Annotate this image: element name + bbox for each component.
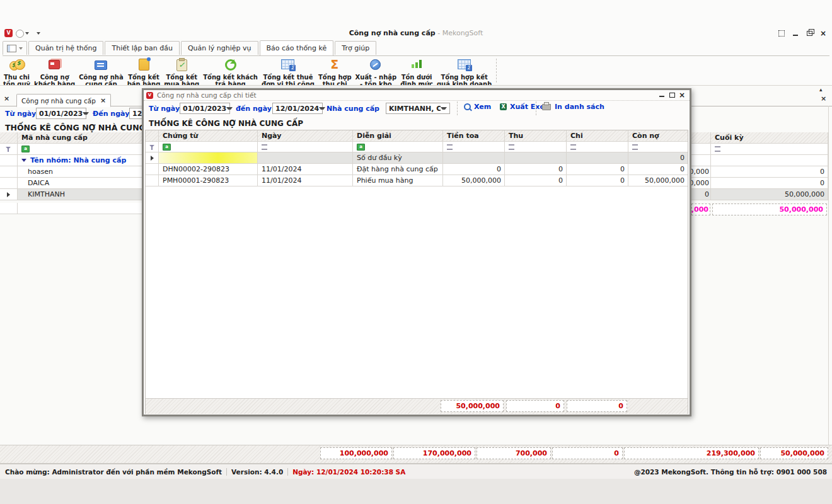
toolbar-tong-hop-ket-qua-kinh-doanh[interactable]: Tổng hợp kếtquả kinh doanh	[435, 56, 494, 88]
modal-from-date-combo[interactable]: 01/01/2023	[180, 103, 230, 114]
filter-funnel-icon[interactable]	[6, 146, 11, 152]
filter-chung-tu[interactable]	[159, 142, 258, 152]
window-title: Công nợ nhà cung cấp	[349, 29, 436, 37]
abc-filter-icon[interactable]	[21, 146, 30, 152]
customer-debt-icon	[47, 57, 63, 72]
modal-row-dhn[interactable]: DHN00002-290823 11/01/2024 Đặt hàng nhà …	[146, 164, 688, 175]
modal-row-pmh[interactable]: PMH00001-290823 11/01/2024 Phiếu mua hàn…	[146, 175, 688, 186]
collapse-up-icon[interactable]: ▴	[819, 86, 823, 93]
modal-close-icon[interactable]: ×	[677, 91, 687, 99]
caret-down-icon	[226, 107, 233, 110]
filter-ngay[interactable]	[258, 142, 353, 152]
modal-window-controls: ×	[657, 91, 687, 99]
filter-funnel-icon[interactable]	[149, 144, 155, 150]
row-indicator-header	[0, 132, 18, 144]
equals-filter-icon	[262, 144, 267, 150]
status-date: Ngày: 12/01/2024 10:20:38 SA	[292, 468, 405, 476]
equals-filter-icon[interactable]	[715, 146, 720, 152]
row-indicator	[0, 178, 18, 189]
returns-refresh-icon	[222, 57, 239, 72]
group-collapse-icon[interactable]	[21, 159, 26, 162]
toolbar-tong-ket-thue-don-vi-thi-cong[interactable]: Tổng kết thuêđơn vị thi công	[260, 56, 316, 88]
window-controls: ×	[777, 29, 828, 38]
toolbar-thu-chi-ton-quy[interactable]: Thu chitồn quỹ	[1, 56, 32, 88]
modal-to-date-combo[interactable]: 12/01/2024	[272, 103, 323, 114]
caret-down-icon	[83, 112, 89, 115]
modal-to-date-label: đến ngày	[236, 105, 272, 113]
tab-thiet-lap-ban-dau[interactable]: Thiết lập ban đầu	[105, 41, 180, 55]
col-ngay[interactable]: Ngày	[258, 130, 353, 142]
toolbar-cong-no-khach-hang[interactable]: Công nợkhách hàng	[32, 56, 77, 88]
toolbar-tong-ket-ban-hang[interactable]: Tổng kếtbán hàng	[125, 56, 163, 88]
toolbar-tong-ket-mua-hang[interactable]: Tổng kếtmua hàng	[162, 56, 201, 88]
tabstrip-close-right-button[interactable]: ×	[821, 96, 826, 102]
ws-row-kimthanh-right[interactable]: 0 50,000,000	[691, 189, 828, 200]
filter-thu[interactable]	[505, 142, 567, 152]
tab-bao-cao-thong-ke[interactable]: Báo cáo thống kê	[260, 40, 334, 55]
view-button[interactable]: Xem	[464, 103, 491, 111]
filter-dien-giai[interactable]	[353, 142, 443, 152]
supplier-debt-icon	[93, 57, 109, 72]
fit-screen-icon[interactable]	[777, 29, 787, 38]
modal-from-date-label: Từ ngày	[149, 105, 180, 113]
tabstrip-close-button[interactable]: ×	[4, 96, 9, 102]
modal-grid: Chứng từ Ngày Diễn giải Tiền toa Thu Chi…	[145, 130, 688, 414]
col-chi[interactable]: Chi	[567, 130, 628, 142]
modal-supplier-combo[interactable]: KIMTHANH, CÔNG TY ...	[386, 103, 450, 114]
close-icon[interactable]: ×	[818, 29, 828, 38]
business-result-icon	[456, 57, 473, 72]
ws-row-hoasen-right[interactable]: 00,000 0	[691, 166, 828, 178]
ws-col-cuoiky-header[interactable]: Cuối kỳ	[711, 132, 828, 144]
ws-group-summary-cuoiky: 50,000,000	[712, 203, 827, 215]
filter-chi[interactable]	[567, 142, 628, 152]
filter-con-no[interactable]	[628, 142, 688, 152]
equals-filter-icon	[447, 144, 453, 150]
pane-layout-button[interactable]	[3, 41, 27, 55]
tab-cong-no-nha-cung-cap[interactable]: Công nợ nhà cung cấp ×	[16, 94, 111, 107]
col-chung-tu[interactable]: Chứng từ	[159, 130, 258, 142]
toolbar-tong-hop-thu-chi[interactable]: Tổng hợpthu chi	[316, 56, 354, 88]
restore-icon[interactable]	[804, 29, 814, 38]
modal-logo-icon: V	[146, 92, 153, 99]
abc-filter-icon	[163, 144, 171, 151]
ws-total-6: 50,000,000	[760, 447, 828, 459]
tab-tro-giup[interactable]: Trợ giúp	[335, 41, 376, 55]
sigma-icon	[326, 57, 343, 72]
tab-close-icon[interactable]: ×	[100, 98, 106, 104]
toolbar-ton-duoi-dinh-muc[interactable]: Tồn dướiđịnh mức	[398, 56, 435, 88]
status-welcome: Chào mừng: Administrator đến với phần mề…	[5, 468, 222, 476]
col-con-no[interactable]: Còn nợ	[628, 130, 688, 142]
modal-title-bar[interactable]: V Công nợ nhà cung cấp chi tiết ×	[144, 90, 690, 101]
col-tien-toa[interactable]: Tiền toa	[443, 130, 505, 142]
ws-total-1: 100,000,000	[320, 447, 392, 459]
ws-row-daica-right[interactable]: 00,000 0	[691, 178, 828, 189]
ws-cuoiky-filter-cell[interactable]	[711, 144, 828, 155]
minimize-icon[interactable]	[790, 29, 800, 38]
right-panel-border	[828, 106, 829, 463]
print-list-button[interactable]: In danh sách	[542, 103, 604, 111]
modal-maximize-icon[interactable]	[667, 91, 677, 99]
modal-row-opening-balance[interactable]: Số dư đầu kỳ 0	[146, 152, 688, 164]
pane-icon	[7, 45, 16, 52]
toolbar-xuat-nhap-ton-kho[interactable]: Xuất - nhập- tồn kho	[354, 56, 399, 88]
modal-supplier-label: Nhà cung cấp	[326, 105, 379, 113]
toolbar-cong-no-nha-cung-cap[interactable]: Công nợ nhàcung cấp	[77, 56, 125, 88]
ribbon-toolbar: Thu chitồn quỹ Công nợkhách hàng Công nợ…	[1, 56, 499, 85]
ws-from-date-combo[interactable]: 01/01/2023	[36, 108, 86, 119]
col-dien-giai[interactable]: Diễn giải	[353, 130, 443, 142]
desktop-area	[0, 479, 832, 504]
tab-quan-tri-he-thong[interactable]: Quản trị hệ thống	[28, 41, 103, 55]
filter-tien-toa[interactable]	[443, 142, 505, 152]
highlighted-cell[interactable]	[159, 152, 258, 164]
equals-filter-icon	[509, 144, 514, 150]
modal-minimize-icon[interactable]	[657, 91, 667, 99]
toolbar-separator	[496, 59, 497, 83]
filter-row-indicator	[0, 144, 18, 155]
ws-to-date-label: Đến ngày	[93, 110, 129, 118]
status-bar: Chào mừng: Administrator đến với phần mề…	[0, 464, 832, 479]
modal-section-title: THỐNG KÊ CÔNG NỢ NHÀ CUNG CẤP	[149, 119, 303, 128]
ws-total-2: 170,000,000	[393, 447, 475, 459]
col-thu[interactable]: Thu	[505, 130, 567, 142]
tab-quan-ly-nghiep-vu[interactable]: Quản lý nghiệp vụ	[181, 41, 258, 55]
toolbar-tong-ket-khach-tra-hang[interactable]: Tổng kết kháchtrả hàng	[201, 56, 260, 88]
